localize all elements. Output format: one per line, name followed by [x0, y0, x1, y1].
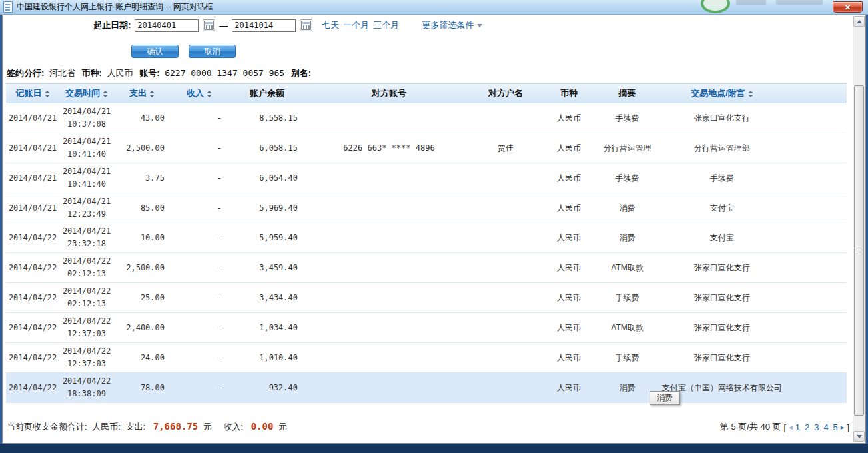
date-to-input[interactable] — [232, 19, 296, 32]
column-label: 交易时间 — [65, 88, 100, 98]
calendar-from-button[interactable] — [203, 19, 215, 31]
cell-post_date: 2014/04/22 — [6, 253, 59, 283]
column-label: 对方户名 — [488, 88, 523, 98]
cell-place: 手续费 — [655, 163, 789, 193]
close-button[interactable]: ✕ — [833, 1, 863, 13]
cell-balance: 8,558.15 — [228, 103, 306, 133]
income-label: 收入: — [223, 422, 243, 432]
table-row[interactable]: 2014/04/212014/04/2110:37:0843.00-8,558.… — [6, 103, 847, 133]
table-row[interactable]: 2014/04/222014/04/2202:12:1325.00-3,434.… — [6, 283, 847, 313]
cell-filler — [789, 223, 847, 253]
income-unit: 元 — [278, 422, 287, 432]
confirm-button[interactable]: 确认 — [131, 45, 179, 58]
column-header-1[interactable]: 记账日 — [6, 84, 59, 103]
calendar-icon — [301, 21, 311, 30]
cell-balance: 932.40 — [228, 373, 306, 403]
column-header-8: 币种 — [539, 84, 599, 103]
cell-income: - — [170, 163, 228, 193]
document-icon — [3, 1, 13, 13]
table-header-row: 记账日交易时间支出收入账户余额对方账号对方户名币种摘要交易地点/附言 — [6, 84, 847, 103]
scroll-up-button[interactable] — [853, 16, 865, 27]
close-icon: ✕ — [845, 3, 851, 11]
cell-summary: 手续费 — [599, 343, 655, 373]
cell-txn_date: 2014/04/2112:23:49 — [59, 193, 114, 223]
page-link-2[interactable]: 2 — [805, 422, 809, 432]
table-row[interactable]: 2014/04/222014/04/2212:37:032,400.00-1,0… — [6, 313, 847, 343]
cell-post_date: 2014/04/21 — [6, 193, 59, 223]
page-info: 第 5 页/共 40 页 — [720, 421, 781, 433]
filter-bar: 起止日期: — 七天 一个月 三个月 更多筛选条件 — [93, 18, 482, 33]
cell-cp_name — [472, 253, 539, 283]
cell-out: 10.00 — [114, 223, 170, 253]
column-header-2[interactable]: 交易时间 — [59, 84, 114, 103]
cell-summary: 分行营运管理 — [599, 133, 655, 163]
previous-page-icon[interactable]: ◂ — [789, 423, 793, 432]
footer-bar: 当前页收支金额合计: 人民币: 支出: 7,668.75 元 收入: 0.00 … — [7, 419, 849, 435]
table-row[interactable]: 2014/04/222014/04/2212:37:0324.00-1,010.… — [6, 343, 847, 373]
cell-currency: 人民币 — [539, 373, 599, 403]
dialog-content: 起止日期: — 七天 一个月 三个月 更多筛选条件 确认 取消 签约分行: 河北… — [2, 15, 866, 444]
more-filters-link[interactable]: 更多筛选条件 — [422, 19, 482, 31]
scroll-down-button[interactable] — [853, 431, 865, 442]
sort-icon[interactable] — [207, 91, 212, 97]
pagination-pages: 12345 — [795, 422, 838, 432]
cell-place: 支付宝 — [655, 193, 789, 223]
quick-range-one-month[interactable]: 一个月 — [343, 19, 369, 31]
column-header-10[interactable]: 交易地点/附言 — [655, 84, 789, 103]
cell-currency: 人民币 — [539, 343, 599, 373]
cell-balance: 1,010.40 — [228, 343, 306, 373]
cell-out: 85.00 — [114, 193, 170, 223]
cell-cp_name — [472, 223, 539, 253]
column-label: 对方账号 — [372, 88, 406, 98]
cell-out: 2,500.00 — [114, 253, 170, 283]
cell-filler — [789, 373, 847, 403]
table-row[interactable]: 2014/04/222014/04/2202:12:132,500.00-3,4… — [6, 253, 847, 283]
cell-txn_date: 2014/04/2110:41:40 — [59, 133, 114, 163]
sort-icon[interactable] — [45, 91, 50, 97]
cell-cp_account — [306, 193, 472, 223]
cell-cp_account — [306, 103, 472, 133]
cell-cp_name — [472, 373, 539, 403]
sort-icon[interactable] — [149, 91, 155, 97]
date-from-input[interactable] — [135, 19, 199, 32]
table-row[interactable]: 2014/04/222014/04/2123:32:1810.00-5,959.… — [6, 223, 847, 253]
cell-balance: 3,434.40 — [228, 283, 306, 313]
quick-range-three-months[interactable]: 三个月 — [373, 19, 399, 31]
cell-cp_name — [472, 313, 539, 343]
cell-cp_account — [306, 253, 472, 283]
calendar-to-button[interactable] — [300, 19, 312, 31]
expense-unit: 元 — [203, 422, 212, 432]
cell-txn_date: 2014/04/2218:38:09 — [59, 373, 114, 403]
cell-out: 3.75 — [114, 163, 170, 193]
column-header-3[interactable]: 支出 — [114, 84, 170, 103]
sort-icon[interactable] — [103, 91, 108, 97]
table-row[interactable]: 2014/04/222014/04/2218:38:0978.00-932.40… — [6, 373, 847, 403]
column-label: 记账日 — [16, 88, 42, 98]
table-row[interactable]: 2014/04/212014/04/2112:23:4985.00-5,969.… — [6, 193, 847, 223]
page-link-1[interactable]: 1 — [795, 422, 800, 432]
table-row[interactable]: 2014/04/212014/04/2110:41:402,500.00-6,0… — [6, 133, 847, 163]
cancel-button[interactable]: 取消 — [189, 45, 236, 58]
cell-income: - — [170, 223, 228, 253]
sort-icon[interactable] — [748, 91, 753, 97]
quick-range-seven-days[interactable]: 七天 — [322, 19, 339, 31]
totals-currency: 人民币: — [92, 422, 121, 432]
account-number-label: 账号: — [139, 68, 159, 78]
next-page-icon[interactable]: ▸ — [841, 423, 845, 432]
cell-filler — [789, 103, 847, 133]
cell-place: 张家口宣化支行 — [655, 343, 789, 373]
table-row[interactable]: 2014/04/212014/04/2110:41:403.75-6,054.4… — [6, 163, 847, 193]
cell-summary: 手续费 — [599, 283, 655, 313]
column-label: 交易地点/附言 — [691, 88, 745, 98]
cell-summary: 手续费 — [599, 163, 655, 193]
page-link-3[interactable]: 3 — [814, 422, 819, 432]
page-link-5[interactable]: 5 — [833, 422, 838, 432]
column-header-4[interactable]: 收入 — [170, 84, 228, 103]
vertical-scrollbar[interactable] — [853, 16, 865, 442]
page-link-4[interactable]: 4 — [823, 422, 828, 432]
cell-place: 张家口宣化支行 — [655, 103, 789, 133]
cell-cp_name: 贾佳 — [472, 133, 539, 163]
tooltip-text: 消费 — [657, 393, 673, 402]
cell-cp_account — [306, 373, 472, 403]
scrollbar-thumb[interactable] — [854, 85, 864, 416]
